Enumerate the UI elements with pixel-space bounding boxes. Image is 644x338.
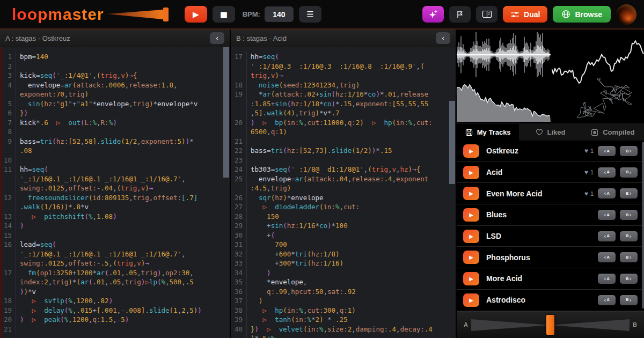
- line-number: [0, 259, 16, 268]
- load-to-deck-b-button[interactable]: B›: [620, 146, 638, 156]
- code-line: envelope=ar(attack:.04,release:.4,expone…: [247, 174, 428, 184]
- like-button[interactable]: ♥1: [584, 190, 594, 197]
- load-to-deck-b-button[interactable]: B›: [620, 295, 638, 305]
- load-to-deck-b-button[interactable]: B›: [620, 188, 638, 199]
- crossfader-handle[interactable]: [546, 315, 554, 335]
- load-to-deck-a-button[interactable]: ‹A: [598, 188, 616, 199]
- code-row: trig,v)→: [231, 71, 456, 80]
- line-number: 18: [0, 296, 16, 306]
- tab-compiled[interactable]: Compiled: [582, 124, 644, 141]
- globe-icon: [561, 10, 570, 19]
- track-list-scrollbar[interactable]: [642, 142, 644, 308]
- load-to-deck-b-button[interactable]: B›: [620, 231, 638, 241]
- deck-b-code-editor[interactable]: 17hh=seq('_:1/16@.3 _:1/16@.3 _:1/16@.8 …: [231, 47, 456, 338]
- track-controls: ‹AB›: [598, 295, 638, 305]
- load-to-deck-b-button[interactable]: B›: [620, 274, 638, 284]
- line-number: 7: [0, 118, 16, 128]
- deck-b-collapse-button[interactable]: ‹: [436, 32, 450, 44]
- line-number: 18: [231, 80, 247, 90]
- flag-button[interactable]: [449, 6, 471, 23]
- browse-button[interactable]: Browse: [553, 6, 611, 23]
- line-number: 11: [0, 165, 16, 174]
- chevron-left-icon: ‹: [604, 254, 606, 260]
- line-number: 5: [0, 99, 16, 109]
- app-logo: loopmaster: [12, 5, 104, 24]
- load-to-deck-a-button[interactable]: ‹A: [598, 167, 616, 178]
- user-avatar[interactable]: [616, 4, 636, 25]
- track-row: ▶Astrodisco‹AB›: [457, 290, 644, 311]
- bpm-input[interactable]: [265, 6, 294, 22]
- deck-a-letter: A: [606, 255, 609, 260]
- deck-a-collapse-button[interactable]: ‹: [210, 32, 224, 44]
- load-to-deck-b-button[interactable]: B›: [620, 210, 638, 220]
- track-controls: ‹AB›: [598, 231, 638, 241]
- line-number: 37: [231, 296, 247, 306]
- line-number: [0, 202, 16, 212]
- code-line: ▷ pitchshift(%,1.08): [16, 212, 117, 222]
- menu-button[interactable]: ☰: [299, 6, 321, 23]
- code-line: +300*tri(hz:1/16): [247, 259, 343, 268]
- track-play-button[interactable]: ▶: [463, 187, 479, 200]
- tab-my-tracks[interactable]: My Tracks: [457, 124, 519, 141]
- line-number: [0, 287, 16, 297]
- code-row: 39 ▷ tanh(in:%*2) * .25: [231, 315, 456, 325]
- tab-liked[interactable]: Liked: [519, 124, 581, 141]
- dual-mode-button[interactable]: Dual: [503, 6, 547, 23]
- track-row: ▶Ostkreuz♥1‹AB›: [457, 141, 644, 162]
- track-row: ▶LSD‹AB›: [457, 226, 644, 247]
- deck-b-letter: B: [626, 149, 628, 153]
- code-row: 18 ▷ svflp(%,1200,.82): [0, 296, 230, 306]
- track-play-button[interactable]: ▶: [463, 272, 479, 285]
- load-to-deck-a-button[interactable]: ‹A: [598, 295, 616, 305]
- crossfader[interactable]: A B: [457, 311, 644, 338]
- like-button[interactable]: ♥1: [584, 168, 594, 176]
- track-controls: ♥1‹AB›: [584, 146, 638, 156]
- track-title: Acid: [486, 168, 502, 177]
- line-number: 9: [0, 137, 16, 146]
- line-number: 36: [231, 287, 247, 297]
- code-row: 13 ▷ pitchshift(%,1.08): [0, 212, 230, 222]
- deck-a-code-editor[interactable]: 1bpm=14023kick=seq('_:1/4@1',(trig,v)→{4…: [0, 47, 230, 338]
- load-to-deck-a-button[interactable]: ‹A: [598, 210, 616, 220]
- line-number: 24: [231, 165, 247, 174]
- load-to-deck-b-button[interactable]: B›: [620, 167, 638, 178]
- code-row: swing:.0125,offset:-.04,(trig,v)→: [0, 183, 230, 193]
- track-play-button[interactable]: ▶: [463, 208, 479, 222]
- load-to-deck-a-button[interactable]: ‹A: [598, 274, 616, 284]
- load-to-deck-b-button[interactable]: B›: [620, 252, 638, 262]
- deck-a-letter: A: [606, 277, 609, 281]
- code-line: q:.99,hpcut:50,sat:.92: [247, 287, 356, 297]
- stop-button[interactable]: ■: [213, 6, 235, 23]
- code-line: bass=tri(hz:[52,58].slide(1/2,exponent:5…: [16, 137, 194, 146]
- waveform-display: [457, 31, 551, 78]
- code-row: 15: [0, 231, 230, 240]
- like-button[interactable]: ♥1: [584, 147, 594, 155]
- track-play-button[interactable]: ▶: [463, 251, 479, 264]
- line-number: [231, 62, 247, 71]
- chevron-right-icon: ›: [630, 297, 632, 303]
- track-play-button[interactable]: ▶: [463, 144, 479, 158]
- code-line: fm(op1:3250+1200*ar(.01,.05,trig),op2:30…: [16, 268, 194, 278]
- track-play-button[interactable]: ▶: [463, 230, 479, 243]
- play-button[interactable]: ▶: [185, 6, 207, 23]
- book-icon: [482, 10, 492, 18]
- deck-b-scrollbar-thumb[interactable]: [449, 101, 455, 184]
- code-row: 20) ▷ bp(in:%,cut:11000,q:2) ▷ hp(in:%,c…: [231, 118, 456, 128]
- deck-a-scrollbar-thumb[interactable]: [223, 47, 229, 178]
- track-play-button[interactable]: ▶: [463, 293, 479, 307]
- book-button[interactable]: [476, 6, 497, 23]
- load-to-deck-a-button[interactable]: ‹A: [598, 231, 616, 241]
- line-number: 28: [231, 212, 247, 222]
- load-to-deck-a-button[interactable]: ‹A: [598, 146, 616, 156]
- load-to-deck-a-button[interactable]: ‹A: [598, 252, 616, 262]
- track-play-button[interactable]: ▶: [463, 166, 479, 179]
- line-number: [231, 71, 247, 80]
- code-line: envelope=ar(attack:.0006,release:1.8,: [16, 80, 178, 90]
- magic-wand-button[interactable]: [422, 6, 444, 23]
- code-line: ,5].walk(4),trig)*v*.7: [247, 108, 340, 118]
- code-line: +sin(hz:1/16*co)*100: [247, 221, 348, 231]
- code-line: sqr(hz)*envelope: [247, 193, 324, 203]
- chevron-left-icon: ‹: [604, 297, 606, 303]
- line-number: 15: [0, 231, 16, 240]
- deck-a-letter: A: [606, 234, 609, 238]
